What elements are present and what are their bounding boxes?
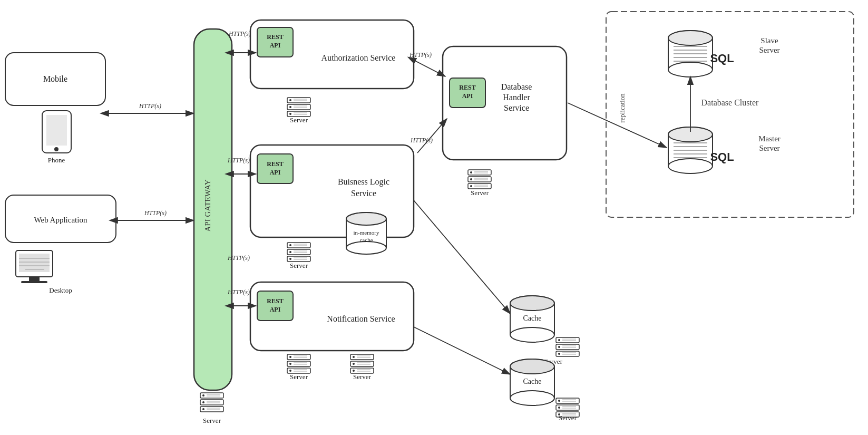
http-business-label: HTTP(s) xyxy=(227,157,250,164)
svg-point-142 xyxy=(668,31,713,45)
svg-point-67 xyxy=(289,251,291,253)
svg-point-122 xyxy=(510,359,554,374)
cache2-label: Cache xyxy=(523,378,542,385)
svg-point-48 xyxy=(470,178,472,180)
master-server-label: Server xyxy=(759,144,779,152)
slave-server-label: Server xyxy=(759,46,779,54)
http-business-db-label: HTTP(s) xyxy=(410,137,433,144)
web-app-label: Web Application xyxy=(34,216,87,224)
svg-point-30 xyxy=(289,99,291,101)
http-notif-gateway-label: HTTP(s) xyxy=(227,254,250,262)
cache1-label: Cache xyxy=(523,314,542,322)
http-auth-db-label: HTTP(s) xyxy=(409,51,432,59)
svg-point-34 xyxy=(289,106,291,108)
svg-rect-4 xyxy=(46,115,67,146)
master-label: Master xyxy=(758,134,781,143)
mobile-label: Mobile xyxy=(43,74,67,83)
db-server-icon xyxy=(468,170,491,189)
svg-point-114 xyxy=(558,353,560,355)
svg-point-25 xyxy=(202,408,204,410)
api-notification-label2: API xyxy=(270,306,281,313)
gateway-server-label: Server xyxy=(203,417,221,424)
svg-point-88 xyxy=(353,356,355,358)
svg-point-104 xyxy=(510,296,554,311)
replication-label: replication xyxy=(618,93,626,123)
svg-point-103 xyxy=(510,327,554,342)
notification-server-right-icon xyxy=(350,354,374,373)
api-db-label1: REST xyxy=(459,84,475,91)
svg-rect-9 xyxy=(21,281,47,283)
svg-point-80 xyxy=(289,363,291,365)
svg-line-41 xyxy=(415,61,445,76)
svg-point-84 xyxy=(289,370,291,372)
svg-point-5 xyxy=(54,147,58,151)
notification-server-left-label: Server xyxy=(290,373,308,381)
db-handler-label2: Handler xyxy=(503,93,530,102)
diagram-container: Mobile Phone Web Application Desktop HTT… xyxy=(0,0,868,435)
db-handler-label1: Database xyxy=(501,82,532,91)
svg-point-21 xyxy=(202,401,204,403)
cache2-server-label: Server xyxy=(559,414,577,422)
svg-point-106 xyxy=(558,339,560,341)
auth-server-icon xyxy=(287,98,310,117)
cache1-server-icon xyxy=(556,337,579,356)
business-label2: Service xyxy=(351,189,376,198)
notification-server-left-icon xyxy=(287,354,310,373)
svg-point-124 xyxy=(558,400,560,402)
svg-point-44 xyxy=(470,171,472,173)
http-mobile-label: HTTP(s) xyxy=(139,102,161,110)
slave-label: Slave xyxy=(760,36,778,45)
svg-point-92 xyxy=(353,363,355,365)
desktop-label: Desktop xyxy=(49,286,72,294)
svg-point-38 xyxy=(289,113,291,115)
notification-label: Notification Service xyxy=(327,314,395,323)
svg-point-71 xyxy=(289,258,291,260)
svg-point-96 xyxy=(353,370,355,372)
db-cluster-label: Database Cluster xyxy=(701,98,759,107)
svg-point-141 xyxy=(668,62,713,77)
db-handler-label3: Service xyxy=(504,103,529,112)
svg-point-152 xyxy=(668,159,713,173)
inmemory-label1: in-memory xyxy=(354,229,379,236)
api-gateway-rect xyxy=(194,29,232,390)
api-business-label2: API xyxy=(270,169,281,176)
svg-point-61 xyxy=(346,212,386,225)
svg-point-76 xyxy=(289,356,291,358)
master-sql-label: SQL xyxy=(710,150,734,163)
business-label1: Buisness Logic xyxy=(338,177,389,187)
svg-point-121 xyxy=(510,391,554,405)
auth-service-label: Authorization Service xyxy=(321,53,396,62)
api-notification-label1: REST xyxy=(267,297,283,305)
svg-point-110 xyxy=(558,346,560,348)
http-auth-label: HTTP(s) xyxy=(228,30,251,37)
http-notif-label: HTTP(s) xyxy=(227,288,250,296)
svg-line-135 xyxy=(414,200,510,314)
svg-point-60 xyxy=(346,241,386,254)
slave-sql-label: SQL xyxy=(710,52,734,65)
api-business-label1: REST xyxy=(267,160,283,168)
business-server-left-label: Server xyxy=(290,262,308,269)
svg-point-128 xyxy=(558,407,560,409)
db-cluster-box xyxy=(606,12,854,217)
db-server-label: Server xyxy=(471,189,489,197)
api-auth-label: REST xyxy=(267,33,283,41)
api-db-label2: API xyxy=(462,92,473,100)
svg-point-52 xyxy=(470,185,472,187)
architecture-diagram: Mobile Phone Web Application Desktop HTT… xyxy=(0,0,868,435)
svg-point-17 xyxy=(202,394,204,397)
svg-point-63 xyxy=(289,244,291,246)
api-auth-label2: API xyxy=(270,42,281,49)
auth-server-label: Server xyxy=(290,116,308,124)
phone-label: Phone xyxy=(48,156,65,164)
gateway-server-icon xyxy=(200,393,223,412)
svg-line-160 xyxy=(568,103,667,148)
api-gateway-label: API GATEWAY xyxy=(203,179,212,231)
http-web-label: HTTP(s) xyxy=(144,209,167,217)
notification-server-right-label: Server xyxy=(353,373,372,381)
svg-line-136 xyxy=(414,327,510,374)
business-server-left-icon xyxy=(287,243,310,262)
inmemory-label2: cache xyxy=(359,237,373,243)
svg-rect-8 xyxy=(29,277,40,281)
